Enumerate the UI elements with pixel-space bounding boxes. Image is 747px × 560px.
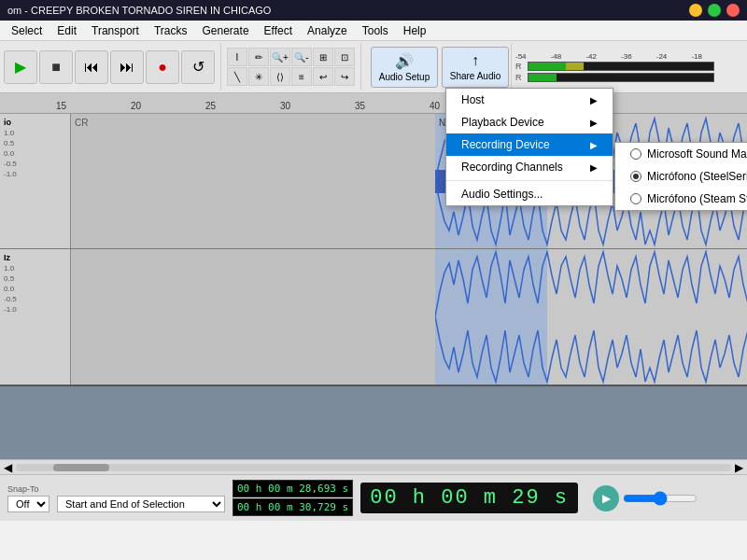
track-1-val5: -1.0 [4,170,66,178]
share-icon: ↑ [472,52,479,69]
draw-tool[interactable]: ╲ [227,67,247,86]
time-field-1[interactable]: 00 h 00 m 28,693 s [233,480,353,497]
scroll-left-btn[interactable]: ◀ [4,461,12,474]
selection-tool[interactable]: ✏ [248,48,269,66]
track-2-name: Iz [4,253,66,262]
menu-effect[interactable]: Effect [257,22,300,39]
vu-label-l: R [515,73,525,82]
record-button[interactable]: ● [146,50,179,84]
track-row-2: Iz 1.0 0.5 0.0 -0.5 -1.0 [0,249,747,385]
skip-start-button[interactable]: ⏮ [75,50,108,84]
vu-green-r [529,63,566,70]
vu-green-l [529,74,557,81]
zoom-out-tool[interactable]: 🔍- [291,48,312,66]
redo-tool[interactable]: ↪ [334,67,355,86]
menu-edit[interactable]: Edit [49,22,84,39]
dd-playback-device[interactable]: Playback Device ▶ [446,111,613,133]
main-time-display: 00 h 00 m 29 s [360,483,578,513]
track-2-val2: 0.5 [4,274,66,283]
menu-tracks[interactable]: Tracks [147,22,195,39]
track-waveform-2[interactable] [71,249,747,385]
undo-tool[interactable]: ↩ [313,67,333,86]
horizontal-scrollbar[interactable]: ◀ ▶ [0,459,747,474]
track-1-val4: -0.5 [4,160,66,168]
waveform-svg-2 [435,249,747,385]
zoom-sel-tool[interactable]: ⊡ [334,48,355,66]
audio-setup-icon: 🔊 [395,52,414,70]
audio-buttons-row: 🔊 Audio Setup ↑ Share Audio [371,47,509,88]
snap-group: Snap-To Off [7,484,49,512]
track-1-val2: 0.5 [4,139,66,147]
sm-radio-3 [630,193,641,204]
vu-row-2: R [515,73,714,82]
tools-group: I ✏ 🔍+ 🔍- ⊞ ⊡ ╲ ✳ ⟨⟩ ≡ ↩ ↪ [227,43,361,91]
ruler-mark-35: 35 [355,101,365,111]
vu-yellow-r [566,63,585,70]
vu-row-1: R [515,62,714,71]
vu-scale-numbers: -54 -48 -42 -36 -24 -18 [515,52,702,61]
tool-grid: I ✏ 🔍+ 🔍- ⊞ ⊡ ╲ ✳ ⟨⟩ ≡ ↩ ↪ [227,48,355,86]
audio-setup-button[interactable]: 🔊 Audio Setup [371,47,438,88]
ruler-mark-15: 15 [56,101,66,111]
mini-play-button[interactable]: ▶ [593,485,619,511]
share-audio-button[interactable]: ↑ Share Audio [442,47,509,88]
dd-recording-channels[interactable]: Recording Channels ▶ [446,156,613,178]
minimize-btn[interactable] [689,4,702,17]
dd-recording-arrow: ▶ [590,140,598,150]
multi-tool[interactable]: ✳ [248,67,269,86]
scroll-thumb[interactable] [53,464,109,471]
menu-analyze[interactable]: Analyze [300,22,355,39]
time-fields: 00 h 00 m 28,693 s 00 h 00 m 30,729 s [233,480,353,516]
vu-label-r: R [515,62,525,71]
menu-transport[interactable]: Transport [84,22,147,39]
loop-button[interactable]: ↺ [181,50,215,84]
scroll-track[interactable] [16,464,731,471]
cursor-tool[interactable]: I [227,48,247,66]
scroll-right-btn[interactable]: ▶ [735,461,743,474]
track-controls-1: io 1.0 0.5 0.0 -0.5 -1.0 [0,114,71,248]
share-audio-label: Share Audio [450,71,501,81]
track-1-val3: 0.0 [4,149,66,158]
ruler-mark-25: 25 [205,101,216,111]
sm-steam-streaming[interactable]: Micrófono (Steam Streaming Mi [615,188,747,210]
window-controls [689,4,740,17]
fit-tool[interactable]: ⊞ [313,48,333,66]
playback-speed-slider[interactable] [623,491,698,506]
dd-channels-arrow: ▶ [590,162,598,173]
menu-generate[interactable]: Generate [195,22,257,39]
sm-steelseries[interactable]: Micrófono (SteelSeries Arctis 1 [615,165,747,188]
dd-host[interactable]: Host ▶ [446,89,613,111]
menu-tools[interactable]: Tools [355,22,396,39]
vu-meter: -54 -48 -42 -36 -24 -18 R R [511,43,718,91]
transport-group: ▶ ■ ⏮ ⏭ ● ↺ [4,43,221,91]
stop-button[interactable]: ■ [39,50,73,84]
title-text: om - CREEPY BROKEN TORNADO SIREN IN CHIC… [7,5,271,16]
toolbar: ▶ ■ ⏮ ⏭ ● ↺ I ✏ 🔍+ 🔍- ⊞ ⊡ ╲ ✳ ⟨⟩ ≡ ↩ ↪ 🔊… [0,41,747,93]
snap-select[interactable]: Off [7,496,49,512]
time-field-2[interactable]: 00 h 00 m 30,729 s [233,498,353,516]
vu-bar-r [528,62,714,71]
ruler-mark-30: 30 [280,101,290,111]
dd-audio-settings[interactable]: Audio Settings... [446,183,613,205]
play-button[interactable]: ▶ [4,50,37,84]
selection-group: Start and End of Selection [57,484,225,512]
track-gray-area-2 [71,249,435,385]
maximize-btn[interactable] [708,4,721,17]
menu-select[interactable]: Select [4,22,49,39]
track-controls-2: Iz 1.0 0.5 0.0 -0.5 -1.0 [0,249,71,385]
track-1-name: io [4,118,66,127]
snap-label: Snap-To [7,484,49,494]
empty-track-area [0,385,747,459]
sm-microsoft-sound-mapper[interactable]: Microsoft Sound Mapper - Input [615,143,747,165]
menu-help[interactable]: Help [396,22,434,39]
ruler-mark-40: 40 [430,101,440,111]
close-btn[interactable] [726,4,740,17]
trim-tool[interactable]: ⟨⟩ [270,67,290,86]
skip-end-button[interactable]: ⏭ [110,50,144,84]
mini-slider-area [623,491,698,506]
dd-recording-device[interactable]: Recording Device ▶ [446,133,613,156]
silence-tool[interactable]: ≡ [291,67,312,86]
selection-select[interactable]: Start and End of Selection [57,496,225,512]
zoom-in-tool[interactable]: 🔍+ [270,48,290,66]
sm-radio-1 [630,148,641,160]
